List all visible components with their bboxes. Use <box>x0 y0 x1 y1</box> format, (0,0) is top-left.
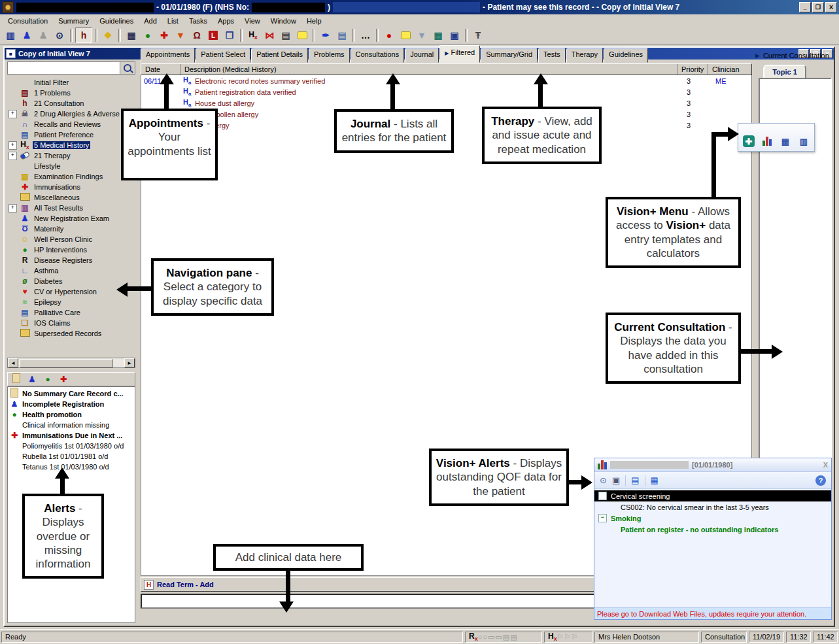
tab-summary-grid[interactable]: Summary/Grid <box>481 48 538 63</box>
examination-icon-button[interactable]: Ω <box>189 28 205 42</box>
sidebar-item-new-registration-exam[interactable]: ♟New Registration Exam <box>7 213 135 224</box>
alert-item[interactable]: Tetanus 1st 01/03/1980 o/d <box>8 462 135 472</box>
scrollbar-thumb[interactable] <box>20 359 112 368</box>
sidebar-search-input[interactable] <box>8 62 120 74</box>
list-icon-button[interactable]: ▤ <box>631 475 639 485</box>
collapse-icon[interactable]: − <box>598 514 607 522</box>
local-guidelines-icon-button[interactable]: L <box>205 28 221 42</box>
alert-item[interactable]: No Summary Care Record c... <box>8 388 135 399</box>
daybook-icon-button[interactable]: ▦ <box>124 28 139 42</box>
sidebar-item-palliative-care[interactable]: ▤Palliative Care <box>7 307 135 318</box>
vision-alert-row[interactable]: CS002: No cervical smear in the last 3-5… <box>594 501 831 513</box>
close-icon[interactable]: X <box>823 461 828 469</box>
patient-search-icon-button[interactable]: ⊙ <box>52 28 67 42</box>
scroll-left-icon[interactable]: ◄ <box>8 358 18 367</box>
alert-item[interactable]: Poliomyelitis 1st 01/03/1980 o/d <box>8 441 135 451</box>
restore-button[interactable]: ❐ <box>812 2 824 12</box>
menu-item-tasks[interactable]: Tasks <box>184 16 213 26</box>
help-icon[interactable]: ? <box>815 475 826 486</box>
journal-row[interactable]: HaPatient registration data verified3 <box>141 86 751 97</box>
tab-appointments[interactable]: Appointments <box>141 48 195 63</box>
apple-icon-button[interactable]: ● <box>43 375 52 384</box>
sidebar-item-recalls-and-reviews[interactable]: ∩Recalls and Reviews <box>7 119 135 129</box>
alert-item[interactable]: ●Health promotion <box>8 409 135 420</box>
sidebar-item-well-person-clinic[interactable]: ☺Well Person Clinic <box>7 234 135 245</box>
person-icon-button[interactable]: ♟ <box>27 375 37 384</box>
appointments-edit-icon-button[interactable]: ▦ <box>430 28 446 42</box>
patient-group-icon-button[interactable]: ♟ <box>35 28 51 42</box>
problem-list-icon-button[interactable]: ▤ <box>278 28 294 42</box>
vision-alert-row[interactable]: Patient on register - no outstanding ind… <box>594 524 831 535</box>
health-promotion-icon-button[interactable]: ● <box>140 28 156 42</box>
menu-item-add[interactable]: Add <box>139 16 162 26</box>
sidebar-item-maternity[interactable]: ƱMaternity <box>7 224 135 234</box>
tab-guidelines[interactable]: Guidelines <box>604 48 648 63</box>
referrals-icon-button[interactable]: ⋈ <box>262 28 277 42</box>
menu-item-window[interactable]: Window <box>265 16 301 26</box>
sidebar-item-2-drug-allergies-adverse-reac[interactable]: +☠2 Drug Allergies & Adverse Reac <box>7 109 135 119</box>
print-icon-button[interactable]: ▣ <box>612 475 620 485</box>
journal-row[interactable]: 06/11/15HaElectronic record notes summar… <box>141 75 751 86</box>
sidebar-item-examination-findings[interactable]: ▨Examination Findings <box>7 171 135 182</box>
shield-icon-button[interactable]: ✚ <box>59 375 68 384</box>
reminder-bubble-icon-button[interactable] <box>294 28 310 42</box>
sidebar-item-patient-preference[interactable]: ▤Patient Preference <box>7 129 135 140</box>
console-icon-button[interactable]: ▥ <box>3 28 18 42</box>
immunisation-shield-icon-button[interactable]: ✚ <box>156 28 172 42</box>
sidebar-item-5-medical-history[interactable]: +Hx5 Medical History <box>7 140 135 150</box>
alert-item[interactable]: ♟Incomplete Registration <box>8 399 135 409</box>
tab-therapy[interactable]: Therapy <box>566 48 603 63</box>
sidebar-item-all-test-results[interactable]: +▥All Test Results <box>7 203 135 213</box>
alert-item[interactable]: Clinical information missing <box>8 420 135 430</box>
patient-select-icon-button[interactable]: ♟ <box>19 28 35 42</box>
notepad-icon-button[interactable]: ▤ <box>334 28 350 42</box>
menu-item-consultation[interactable]: Consultation <box>3 16 53 26</box>
more-ellipsis-icon-button[interactable]: … <box>358 28 373 42</box>
tab-patient-details[interactable]: Patient Details <box>251 48 308 63</box>
docman-icon-button[interactable]: Ŧ <box>470 28 486 42</box>
sidebar-item-miscellaneous[interactable]: Miscellaneous <box>7 192 135 203</box>
vision-alert-row[interactable]: −Cervical screening <box>594 490 831 501</box>
sidebar-item-immunisations[interactable]: ✚Immunisations <box>7 182 135 192</box>
expand-icon[interactable]: + <box>9 141 17 150</box>
menu-item-apps[interactable]: Apps <box>213 16 239 26</box>
sidebar-item-initial-filter[interactable]: Initial Filter <box>7 77 135 88</box>
column-priority[interactable]: Priority <box>677 64 708 75</box>
template-icon-button[interactable]: ▦ <box>651 475 659 485</box>
filter-funnel-icon-button[interactable]: ▼ <box>414 28 430 42</box>
journal-row[interactable]: HaHouse dust allergy3 <box>141 97 751 109</box>
preview-icon-button[interactable]: ⊙ <box>600 475 607 485</box>
sidebar-item-21-therapy[interactable]: +21 Therapy <box>7 150 135 161</box>
record-red-icon-button[interactable]: ● <box>381 28 397 42</box>
save-disk-icon-button[interactable]: ▣ <box>447 28 462 42</box>
expand-icon[interactable]: + <box>9 204 17 212</box>
tab-consultations[interactable]: Consultations <box>351 48 405 63</box>
menu-item-view[interactable]: View <box>239 16 265 26</box>
minimize-button[interactable]: _ <box>799 2 811 12</box>
sidebar-item-hp-interventions[interactable]: ●HP Interventions <box>7 245 135 255</box>
sidebar-item-lifestyle[interactable]: Lifestyle <box>7 161 135 171</box>
sidebar-item-1-problems[interactable]: ▤1 Problems <box>7 88 135 98</box>
column-description[interactable]: Description (Medical History) <box>180 64 677 75</box>
sidebar-item-disease-registers[interactable]: RDisease Registers <box>7 255 135 265</box>
allergy-carrot-icon-button[interactable]: ▼ <box>173 28 188 42</box>
expand-icon[interactable]: + <box>9 110 17 118</box>
contacts-icon-button[interactable]: ▥ <box>797 135 810 147</box>
search-button[interactable] <box>120 62 135 74</box>
close-button[interactable]: X <box>825 2 837 12</box>
column-clinician[interactable]: Clinician <box>708 64 750 75</box>
alert-item[interactable]: Rubella 1st 01/01/1981 o/d <box>8 451 135 462</box>
sidebar-item-ios-claims[interactable]: ❏IOS Claims <box>7 318 135 328</box>
menu-item-guidelines[interactable]: Guidelines <box>94 16 139 26</box>
tab-patient-select[interactable]: Patient Select <box>196 48 250 63</box>
prescription-pen-icon-button[interactable]: ✒ <box>318 28 334 42</box>
tab-filtered[interactable]: ▶Filtered <box>439 45 480 63</box>
sidebar-item-21-consultation[interactable]: һ21 Consultation <box>7 98 135 109</box>
tab-tests[interactable]: Tests <box>538 48 566 63</box>
consultation-chair-icon-button[interactable]: һ <box>75 27 92 43</box>
bar-chart-icon-button[interactable] <box>761 135 774 147</box>
menu-item-summary[interactable]: Summary <box>53 16 94 26</box>
sidebar-item-asthma[interactable]: ∟Asthma <box>7 265 135 276</box>
sidebar-item-superseded-records[interactable]: Superseded Records <box>7 328 135 339</box>
tab-problems[interactable]: Problems <box>309 48 349 63</box>
